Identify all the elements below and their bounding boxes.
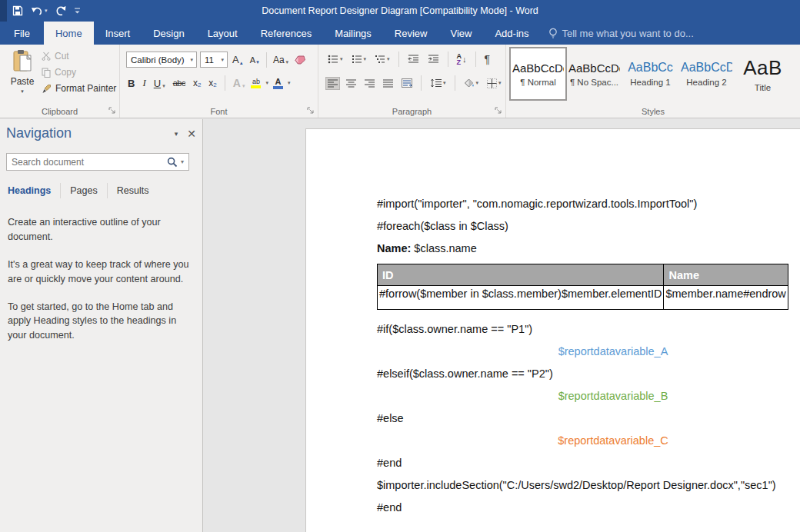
font-family-arrow[interactable]: ▾ [187,57,196,63]
paragraph-dialog-launcher[interactable] [495,107,502,115]
cut-button[interactable]: Cut [42,51,116,62]
cut-label: Cut [55,51,69,62]
navigation-close-icon[interactable]: ✕ [187,128,196,140]
quick-access-toolbar: ▾ [12,0,81,22]
styles-group-label: Styles [506,107,800,116]
group-styles: AaBbCcDc ¶ Normal AaBbCcDc ¶ No Spac... … [506,45,800,118]
justify-button[interactable] [382,78,395,89]
tab-references[interactable]: References [249,22,323,45]
align-left-icon [328,79,338,88]
customize-qat-button[interactable] [74,7,81,15]
highlight-dropdown-arrow[interactable]: ▾ [265,80,268,86]
paste-dropdown-arrow[interactable]: ▾ [21,88,24,95]
style-no-spacing[interactable]: AaBbCcDc ¶ No Spac... [567,48,622,99]
tab-layout[interactable]: Layout [196,22,249,45]
tab-insert[interactable]: Insert [94,22,142,45]
tab-mailings[interactable]: Mailings [323,22,383,45]
undo-dropdown-arrow[interactable]: ▾ [45,8,48,14]
highlight-color-bar [251,85,261,88]
font-size-combo[interactable]: 11 ▾ [200,52,228,68]
bullets-button[interactable]: ▾ [326,53,345,65]
undo-button[interactable]: ▾ [31,6,48,16]
tab-home[interactable]: Home [44,22,94,45]
superscript-button[interactable]: x2 [207,77,218,89]
style-title[interactable]: AaB Title [735,48,790,99]
code-line-elseif: #elseif($class.owner.name == "P2") [377,367,800,381]
shading-button[interactable]: ▾ [462,77,481,89]
document-page[interactable]: #import("importer", "com.nomagic.reportw… [305,128,800,532]
tab-view[interactable]: View [438,22,483,45]
multilevel-list-button[interactable]: ▾ [373,53,392,65]
code-line-include: $importer.includeSection("C:/Users/swd2/… [377,478,800,493]
divider [448,52,448,67]
redo-button[interactable] [55,5,66,16]
report-table[interactable]: ID Name #forrow($member in $class.member… [377,264,788,310]
underline-button[interactable]: U▾ [152,77,167,90]
borders-icon [487,78,497,88]
clear-formatting-button[interactable] [293,55,307,65]
undo-icon [31,6,43,16]
copy-button[interactable]: Copy [42,67,116,78]
style-heading2[interactable]: AaBbCcD Heading 2 [679,48,734,99]
search-input[interactable] [7,157,162,168]
tab-addins[interactable]: Add-ins [483,22,540,45]
style-heading1[interactable]: AaBbCc Heading 1 [623,48,678,99]
nav-tab-pages[interactable]: Pages [61,183,107,198]
align-right-button[interactable] [363,78,376,89]
report-variable-a: $reportdatavariable_A [377,344,800,359]
increase-indent-button[interactable] [426,53,441,65]
style-normal[interactable]: AaBbCcDc ¶ Normal [511,48,565,99]
strikethrough-button[interactable]: abc [172,78,187,88]
nav-tab-results[interactable]: Results [108,183,158,198]
decrease-indent-icon [408,55,419,64]
paste-button[interactable]: Paste ▾ [6,49,38,103]
tab-file[interactable]: File [0,22,44,45]
shrink-font-button[interactable]: A▼ [248,55,262,65]
italic-button[interactable]: I [141,76,147,90]
divider [421,75,422,91]
decrease-indent-button[interactable] [406,53,421,65]
font-color-button[interactable]: A [273,78,283,89]
tab-review[interactable]: Review [383,22,439,45]
tell-me-box[interactable]: Tell me what you want to do... [541,22,702,45]
paragraph-row-1: ▾ ▾ ▾ AZ↓ ¶ [326,52,492,67]
clipboard-dialog-launcher[interactable] [108,107,116,115]
distributed-button[interactable] [400,77,414,89]
code-line-end-2: #end [377,500,800,515]
code-line-if: #if($class.owner.name == "P1") [377,322,800,337]
name-value: $class.name [411,242,476,254]
font-family-combo[interactable]: Calibri (Body) ▾ [126,52,197,68]
format-painter-button[interactable]: Format Painter [42,83,116,94]
search-box[interactable]: ▾ [6,153,189,171]
font-size-arrow[interactable]: ▾ [218,57,227,63]
subscript-button[interactable]: x2 [192,77,202,89]
document-content[interactable]: #import("importer", "com.nomagic.reportw… [377,197,800,523]
sort-button[interactable]: AZ↓ [455,52,468,67]
multilevel-list-icon [375,55,385,64]
change-case-button[interactable]: Aa▾ [272,54,290,66]
numbering-icon [352,55,362,64]
grow-font-button[interactable]: A▲ [231,53,245,66]
search-dropdown-arrow[interactable]: ▾ [181,158,184,165]
text-highlight-button[interactable]: ab [251,78,261,88]
show-hide-marks-button[interactable]: ¶ [483,52,492,67]
font-dialog-launcher[interactable] [307,107,315,115]
borders-button[interactable]: ▾ [485,77,503,90]
style-subtitle[interactable]: Aa Subtitle [792,48,800,99]
align-center-button[interactable] [345,78,358,89]
align-left-button[interactable] [326,78,339,89]
cut-icon [42,52,51,61]
font-color-dropdown-arrow[interactable]: ▾ [288,80,291,86]
style-preview: AaBbCcDc [512,62,564,75]
text-effects-button[interactable]: A▾ [232,76,247,90]
navigation-tabs: Headings Pages Results [8,183,158,198]
nav-tab-headings[interactable]: Headings [8,183,61,198]
bold-button[interactable]: B [126,77,136,90]
line-spacing-button[interactable]: ▾ [428,77,448,89]
save-button[interactable] [12,5,23,16]
search-button[interactable]: ▾ [162,157,188,168]
tab-design[interactable]: Design [142,22,195,45]
paste-label: Paste [11,76,35,87]
numbering-button[interactable]: ▾ [350,53,368,65]
navigation-options-arrow[interactable]: ▾ [175,130,178,138]
